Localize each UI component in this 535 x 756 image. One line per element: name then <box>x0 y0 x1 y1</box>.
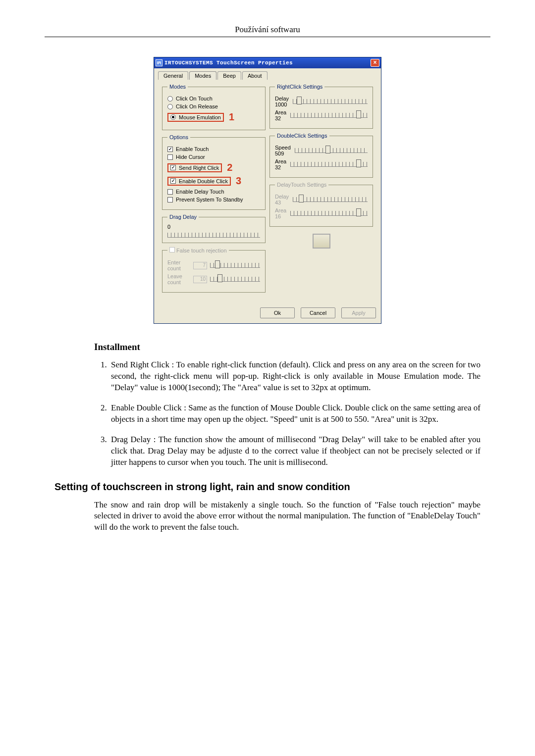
list-item: Enable Double Click : Same as the functi… <box>109 403 481 425</box>
annotation-3: 3 <box>236 175 241 187</box>
rc-area-label: Area <box>275 109 286 115</box>
doubleclick-group: DoubleClick Settings Speed 509 Area 32 <box>269 133 373 178</box>
list-item: Drag Delay : The function show the amoun… <box>109 434 481 468</box>
dc-area-label: Area <box>275 158 286 164</box>
dc-area-value: 32 <box>275 164 286 170</box>
radio-click-on-touch[interactable] <box>167 96 173 101</box>
env-paragraph: The snow and rain drop will be mistakenl… <box>94 500 481 534</box>
rc-delay-slider[interactable] <box>293 99 368 104</box>
delaytouch-group: DelayTouch Settings Delay 43 Area 16 <box>269 182 373 227</box>
doubleclick-legend: DoubleClick Settings <box>275 133 329 139</box>
rightclick-legend: RightClick Settings <box>275 84 324 90</box>
modes-group: Modes Click On Touch Click On Release Mo… <box>162 84 266 130</box>
enter-count-label: Enter count <box>167 259 190 271</box>
label-click-on-touch: Click On Touch <box>176 96 213 101</box>
false-touch-group: False touch rejection Enter count 7 Leav… <box>162 247 266 293</box>
enter-count-value[interactable]: 7 <box>193 262 207 269</box>
close-icon[interactable]: × <box>371 59 379 67</box>
dc-area-slider[interactable] <box>290 162 368 167</box>
chk-enable-double-click[interactable] <box>170 178 176 184</box>
drag-delay-value: 0 <box>167 224 260 230</box>
modes-legend: Modes <box>167 84 188 90</box>
dialog-buttons: Ok Cancel Apply <box>154 304 381 323</box>
page-header: Používání softwaru <box>45 25 490 37</box>
label-mouse-emulation: Mouse Emulation <box>179 114 221 120</box>
false-touch-legend: False touch rejection <box>167 247 229 253</box>
drag-delay-slider[interactable] <box>167 233 260 238</box>
chk-prevent-standby[interactable] <box>167 197 173 202</box>
options-legend: Options <box>167 134 190 140</box>
tab-general[interactable]: General <box>158 71 188 80</box>
enter-count-slider[interactable] <box>210 263 260 268</box>
leave-count-slider[interactable] <box>210 277 260 282</box>
list-item: Send Right Click : To enable right-click… <box>109 359 481 394</box>
dt-delay-slider[interactable] <box>293 197 368 202</box>
label-prevent-standby: Prevent System To Standby <box>176 197 243 202</box>
dt-delay-label: Delay <box>275 194 289 200</box>
rc-delay-label: Delay <box>275 96 289 101</box>
tab-modes[interactable]: Modes <box>189 71 216 80</box>
label-hide-cursor: Hide Cursor <box>176 154 205 160</box>
rc-area-slider[interactable] <box>290 113 368 118</box>
rc-delay-value: 1000 <box>275 101 289 107</box>
chk-false-touch[interactable] <box>169 247 175 252</box>
dt-area-slider[interactable] <box>290 211 368 216</box>
label-send-right-click: Send Right Click <box>179 165 219 171</box>
radio-click-on-release[interactable] <box>167 104 173 109</box>
chk-send-right-click[interactable] <box>170 165 176 170</box>
chk-hide-cursor[interactable] <box>167 154 173 160</box>
dc-speed-slider[interactable] <box>295 148 368 153</box>
ok-button[interactable]: Ok <box>260 307 295 318</box>
annotation-2: 2 <box>227 162 232 173</box>
label-enable-double-click: Enable Double Click <box>179 178 228 184</box>
installment-list: Send Right Click : To enable right-click… <box>109 359 481 468</box>
app-icon: IR <box>156 59 162 66</box>
title-bar: IR IRTOUCHSYSTEMS TouchScreen Properties… <box>154 57 381 68</box>
dt-area-value: 16 <box>275 213 286 219</box>
chk-enable-delay-touch[interactable] <box>167 189 173 195</box>
label-click-on-release: Click On Release <box>176 103 218 109</box>
dc-speed-value: 509 <box>275 151 291 156</box>
cancel-button[interactable]: Cancel <box>301 307 335 318</box>
window-title: IRTOUCHSYSTEMS TouchScreen Properties <box>164 60 293 66</box>
drag-delay-legend: Drag Delay <box>167 214 199 220</box>
dc-speed-label: Speed <box>275 145 291 151</box>
env-heading: Setting of touchscreen in strong light, … <box>54 481 481 493</box>
tab-strip: General Modes Beep About <box>154 68 381 80</box>
modes-tab-panel: Modes Click On Touch Click On Release Mo… <box>158 80 377 301</box>
apply-button[interactable]: Apply <box>341 307 376 318</box>
options-group: Options Enable Touch Hide Cursor Send Ri… <box>162 134 266 210</box>
label-enable-touch: Enable Touch <box>176 146 209 152</box>
rightclick-group: RightClick Settings Delay 1000 Area 32 <box>269 84 373 129</box>
chk-enable-touch[interactable] <box>167 147 173 152</box>
drag-delay-group: Drag Delay 0 <box>162 214 266 243</box>
installment-heading: Installment <box>94 342 481 353</box>
leave-count-label: Leave count <box>167 273 190 285</box>
label-enable-delay-touch: Enable Delay Touch <box>176 189 224 195</box>
tab-beep[interactable]: Beep <box>217 71 241 80</box>
dialog-window: IR IRTOUCHSYSTEMS TouchScreen Properties… <box>154 57 381 324</box>
annotation-1: 1 <box>229 111 234 123</box>
dt-area-label: Area <box>275 207 286 213</box>
dt-delay-value: 43 <box>275 200 289 205</box>
rc-area-value: 32 <box>275 115 286 121</box>
radio-mouse-emulation[interactable] <box>170 114 176 120</box>
leave-count-value[interactable]: 10 <box>193 276 207 283</box>
doubleclick-preview-icon <box>313 234 330 249</box>
delaytouch-legend: DelayTouch Settings <box>275 182 328 188</box>
tab-about[interactable]: About <box>242 71 268 80</box>
